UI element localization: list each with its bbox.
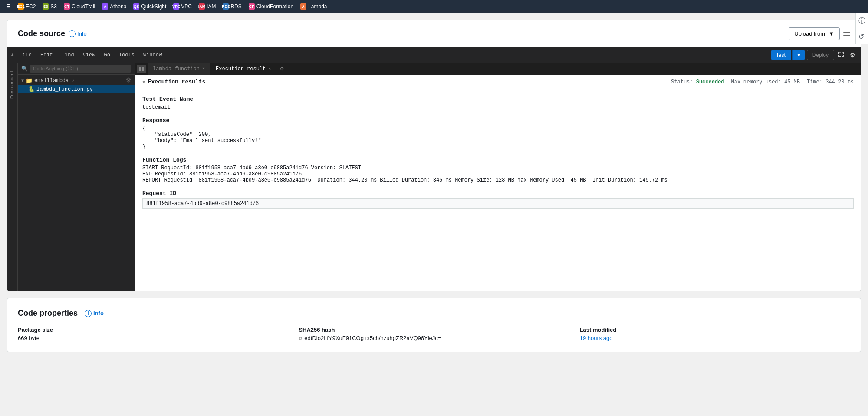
refresh-panel-icon[interactable]: ↺ — [858, 33, 865, 41]
execution-results-panel: ▼ Execution results Status: Succeeded — [135, 75, 861, 291]
goto-anything-input[interactable] — [30, 65, 131, 73]
menu-find[interactable]: Find — [58, 51, 78, 59]
code-properties-title: Code properties — [18, 309, 78, 318]
upload-from-label: Upload from — [794, 30, 825, 37]
top-navigation: ☰ EC2 EC2 S3 S3 CT CloudTrail A Athena Q… — [0, 0, 868, 13]
nav-athena[interactable]: A Athena — [99, 3, 129, 10]
nav-vpc[interactable]: VPC VPC — [171, 3, 194, 10]
folder-icon: 📁 — [26, 77, 33, 84]
file-lambda-function[interactable]: 🐍 lambda_function.py — [18, 85, 135, 93]
last-modified-prop: Last modified 19 hours ago — [580, 327, 850, 341]
nav-cloudformation[interactable]: CF CloudFormation — [246, 3, 296, 10]
svg-rect-1 — [139, 67, 141, 71]
test-event-label: Test Event Name — [142, 96, 854, 102]
nav-iam[interactable]: IAM IAM — [196, 3, 218, 10]
tab-exec-close-icon[interactable]: × — [268, 67, 271, 72]
copy-icon[interactable]: ⧉ — [299, 335, 302, 341]
code-properties-info-badge[interactable]: i Info — [85, 310, 104, 317]
code-props-info-icon: i — [85, 310, 92, 317]
folder-name: emaillambda — [34, 78, 69, 84]
side-panel-toggle[interactable] — [843, 32, 850, 36]
code-properties-grid: Package size 669 byte SHA256 hash ⧉ edtD… — [18, 327, 850, 341]
folder-emaillambda[interactable]: ▼ 📁 emaillambda / — [18, 76, 135, 85]
file-tree-content: ▼ 📁 emaillambda / — [18, 75, 135, 291]
code-properties-info-label: Info — [93, 310, 104, 317]
folder-settings-gear[interactable] — [126, 77, 131, 84]
function-logs-label: Function Logs — [142, 157, 854, 163]
settings-button[interactable]: ⚙ — [848, 50, 857, 60]
python-file-icon: 🐍 — [28, 86, 35, 92]
nav-ec2-label: EC2 — [26, 3, 36, 10]
sha256-value: ⧉ edtDlo2LfY9XuF91COg+x5ch/hzuhgZR2aVQ96… — [299, 335, 569, 341]
request-id-value: 881f1958-aca7-4bd9-a8e0-c9885a241d76 — [142, 198, 854, 209]
nav-iam-label: IAM — [207, 3, 216, 10]
nav-ec2[interactable]: EC2 EC2 — [15, 3, 38, 10]
code-source-header: Code source i Info Upload from ▼ — [7, 20, 861, 47]
function-logs-value: START RequestId: 881f1958-aca7-4bd9-a8e0… — [142, 165, 854, 183]
right-panel: ⓘ ↺ — [855, 13, 868, 44]
last-modified-value[interactable]: 19 hours ago — [580, 335, 850, 341]
nav-s3[interactable]: S3 S3 — [40, 3, 59, 10]
toggle-line1 — [843, 32, 850, 33]
tab-add-button[interactable]: ⊕ — [276, 63, 287, 74]
code-properties-section: Code properties i Info Package size 669 … — [7, 298, 861, 352]
quicksight-icon: QS — [133, 3, 139, 10]
hamburger-menu[interactable]: ☰ — [3, 3, 13, 10]
collapse-icon[interactable]: ▲ — [11, 52, 14, 58]
nav-rds[interactable]: RDS RDS — [220, 3, 244, 10]
folder-chevron-icon: ▼ — [21, 79, 24, 83]
nav-s3-label: S3 — [50, 3, 57, 10]
nav-cloudtrail[interactable]: CT CloudTrail — [61, 3, 98, 10]
time-value: 344.20 ms — [825, 79, 854, 85]
upload-from-button[interactable]: Upload from ▼ — [789, 27, 840, 40]
nav-cloudtrail-label: CloudTrail — [72, 3, 95, 10]
tab-bar: lambda_function × Execution result × ⊕ — [135, 63, 861, 75]
sha256-prop: SHA256 hash ⧉ edtDlo2LfY9XuF91COg+x5ch/h… — [299, 327, 569, 341]
package-size-value: 669 byte — [18, 335, 288, 341]
exec-status-bar: Status: Succeeded Max memory used: 45 MB… — [671, 79, 854, 85]
athena-icon: A — [102, 3, 108, 10]
tab-execution-result[interactable]: Execution result × — [210, 63, 276, 75]
code-source-title: Code source — [18, 29, 65, 38]
ide-body: Environment 🔍 ▼ 📁 emaillambda — [7, 63, 861, 291]
menu-window[interactable]: Window — [140, 51, 165, 59]
menu-go[interactable]: Go — [100, 51, 113, 59]
nav-quicksight[interactable]: QS QuickSight — [131, 3, 169, 10]
nav-lambda[interactable]: λ Lambda — [298, 3, 329, 10]
expand-button[interactable] — [836, 49, 846, 61]
menu-file[interactable]: File — [16, 51, 35, 59]
deploy-button[interactable]: Deploy — [807, 50, 834, 60]
memory-label-text: Max memory used: 45 MB — [731, 79, 800, 85]
code-source-info-badge[interactable]: i Info — [69, 30, 87, 37]
sha256-label: SHA256 hash — [299, 327, 569, 333]
status-label-text: Status: Succeeded — [671, 79, 724, 85]
menu-view[interactable]: View — [79, 51, 99, 59]
code-source-info-label: Info — [77, 30, 87, 37]
file-tree-toolbar: 🔍 — [18, 63, 135, 75]
sidebar-tab: Environment — [7, 63, 18, 291]
nav-quicksight-label: QuickSight — [141, 3, 166, 10]
ide-toolbar: ▲ File Edit Find View Go Tools Window Te… — [7, 47, 861, 63]
svg-rect-2 — [142, 67, 144, 71]
last-modified-label: Last modified — [580, 327, 850, 333]
rds-icon: RDS — [223, 3, 229, 10]
toggle-line2 — [843, 35, 850, 36]
tab-lambda-function[interactable]: lambda_function × — [148, 63, 210, 75]
upload-chevron-icon: ▼ — [829, 30, 834, 37]
info-circle-icon: i — [69, 30, 76, 37]
tab-split-icon[interactable] — [137, 65, 146, 73]
menu-edit[interactable]: Edit — [37, 51, 56, 59]
tab-lambda-close-icon[interactable]: × — [202, 66, 205, 71]
main-wrapper: Code source i Info Upload from ▼ — [0, 20, 868, 416]
tab-exec-label: Execution result — [216, 66, 266, 72]
test-dropdown-button[interactable]: ▼ — [792, 50, 805, 60]
info-panel-icon[interactable]: ⓘ — [858, 17, 865, 26]
time-label-text: Time: 344.20 ms — [807, 79, 854, 85]
test-button[interactable]: Test — [771, 50, 791, 60]
menu-tools[interactable]: Tools — [115, 51, 138, 59]
code-source-title-group: Code source i Info — [18, 29, 87, 38]
exec-collapse-chevron[interactable]: ▼ — [142, 79, 145, 85]
package-size-prop: Package size 669 byte — [18, 327, 288, 341]
status-value: Succeeded — [696, 79, 724, 85]
code-properties-header: Code properties i Info — [18, 309, 850, 318]
